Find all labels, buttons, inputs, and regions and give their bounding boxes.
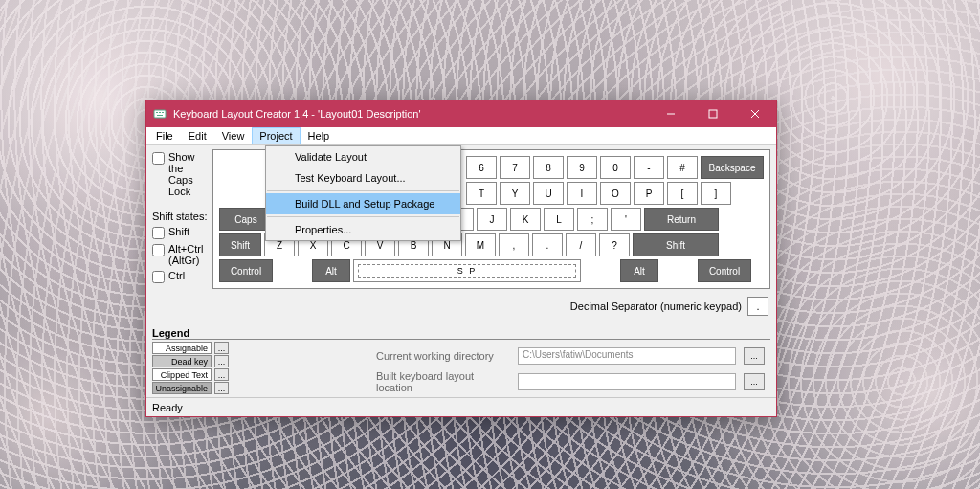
legend-assignable: Assignable xyxy=(152,342,212,354)
key[interactable]: J xyxy=(477,208,507,231)
app-icon xyxy=(152,106,167,122)
close-button[interactable] xyxy=(734,100,776,127)
key[interactable]: ? xyxy=(599,233,630,256)
project-dropdown: Validate Layout Test Keyboard Layout... … xyxy=(265,145,461,241)
ctrl-checkbox[interactable]: Ctrl xyxy=(152,270,209,283)
legend-title: Legend xyxy=(152,327,770,340)
key[interactable]: P xyxy=(634,182,664,205)
key-shift-left[interactable]: Shift xyxy=(219,233,261,256)
decimal-separator-key[interactable]: . xyxy=(747,297,768,316)
menu-edit[interactable]: Edit xyxy=(181,127,214,144)
menubar: File Edit View Project Help xyxy=(146,127,776,145)
key-return[interactable]: Return xyxy=(644,208,719,231)
key[interactable]: O xyxy=(600,182,631,205)
menu-help[interactable]: Help xyxy=(301,127,338,144)
key[interactable]: ' xyxy=(611,208,641,231)
menu-separator xyxy=(267,216,459,217)
legend-dead-key-button[interactable]: ... xyxy=(214,355,229,367)
minimize-button[interactable] xyxy=(650,100,692,127)
key[interactable]: T xyxy=(466,182,497,205)
svg-rect-4 xyxy=(157,115,163,116)
maximize-button[interactable] xyxy=(692,100,734,127)
legend-dead-key: Dead key xyxy=(152,355,212,367)
cwd-field[interactable]: C:\Users\fatiw\Documents xyxy=(518,347,736,365)
cwd-browse-button[interactable]: ... xyxy=(744,347,765,365)
key[interactable]: 7 xyxy=(500,156,530,179)
svg-rect-0 xyxy=(154,110,166,118)
legend-clipped-button[interactable]: ... xyxy=(214,368,229,381)
altctrl-checkbox[interactable]: Alt+Ctrl (AltGr) xyxy=(152,243,209,266)
key-alt-right[interactable]: Alt xyxy=(620,259,658,282)
ctrl-label: Ctrl xyxy=(168,270,185,281)
key[interactable]: L xyxy=(544,208,574,231)
status-text: Ready xyxy=(152,402,183,413)
titlebar[interactable]: Keyboard Layout Creator 1.4 - 'Layout01 … xyxy=(146,100,776,127)
decimal-separator-label: Decimal Separator (numeric keypad) xyxy=(570,300,742,312)
key[interactable]: 6 xyxy=(466,156,497,179)
built-location-browse-button[interactable]: ... xyxy=(744,373,765,390)
svg-rect-6 xyxy=(709,110,717,118)
svg-rect-2 xyxy=(159,112,161,113)
options-pane: Show the Caps Lock Shift states: Shift A… xyxy=(146,145,212,327)
key-shift-right[interactable]: Shift xyxy=(633,233,719,256)
legend-clipped-text: Clipped Text xyxy=(152,368,212,381)
cwd-label: Current working directory xyxy=(376,350,510,362)
built-location-label: Built keyboard layout location xyxy=(376,370,510,393)
key[interactable]: # xyxy=(667,156,698,179)
menu-validate-layout[interactable]: Validate Layout xyxy=(266,146,460,167)
show-caps-checkbox[interactable]: Show the Caps Lock xyxy=(152,151,209,197)
key[interactable]: / xyxy=(566,233,596,256)
menu-view[interactable]: View xyxy=(214,127,253,144)
legend-unassignable-button[interactable]: ... xyxy=(214,382,229,394)
menu-separator xyxy=(267,190,459,191)
menu-properties[interactable]: Properties... xyxy=(266,219,460,240)
key[interactable]: ; xyxy=(577,208,608,231)
menu-file[interactable]: File xyxy=(148,127,181,144)
built-location-field[interactable] xyxy=(518,373,736,390)
altctrl-label: Alt+Ctrl (AltGr) xyxy=(168,243,209,266)
menu-project[interactable]: Project xyxy=(252,127,300,144)
key-space[interactable]: S P xyxy=(353,259,581,282)
key-control-right[interactable]: Control xyxy=(698,259,751,282)
key[interactable]: Y xyxy=(500,182,530,205)
key[interactable]: . xyxy=(532,233,563,256)
shift-checkbox[interactable]: Shift xyxy=(152,226,209,239)
key[interactable]: , xyxy=(499,233,529,256)
app-window: Keyboard Layout Creator 1.4 - 'Layout01 … xyxy=(145,100,777,417)
legend-unassignable: Unassignable xyxy=(152,382,212,394)
client-area: Show the Caps Lock Shift states: Shift A… xyxy=(146,145,776,327)
svg-rect-3 xyxy=(162,112,164,113)
key[interactable]: 0 xyxy=(600,156,631,179)
shift-states-label: Shift states: xyxy=(152,211,209,222)
key[interactable]: U xyxy=(533,182,564,205)
statusbar: Ready xyxy=(146,397,776,416)
legend-assignable-button[interactable]: ... xyxy=(214,342,229,354)
key[interactable]: [ xyxy=(667,182,698,205)
menu-build-dll[interactable]: Build DLL and Setup Package xyxy=(266,193,460,214)
key[interactable]: M xyxy=(465,233,496,256)
key[interactable]: 8 xyxy=(533,156,564,179)
key[interactable]: K xyxy=(510,208,541,231)
key[interactable]: I xyxy=(567,182,597,205)
key[interactable]: - xyxy=(634,156,664,179)
key-backspace[interactable]: Backspace xyxy=(701,156,764,179)
key[interactable]: 9 xyxy=(567,156,597,179)
window-title: Keyboard Layout Creator 1.4 - 'Layout01 … xyxy=(173,108,650,120)
key[interactable]: ] xyxy=(701,182,731,205)
svg-rect-1 xyxy=(156,112,158,113)
directory-fields: Current working directory C:\Users\fatiw… xyxy=(376,347,765,393)
shift-label: Shift xyxy=(168,226,189,237)
show-caps-label: Show the Caps Lock xyxy=(168,151,209,197)
key-alt-left[interactable]: Alt xyxy=(312,259,350,282)
key-control-left[interactable]: Control xyxy=(219,259,273,282)
menu-test-keyboard-layout[interactable]: Test Keyboard Layout... xyxy=(266,167,460,189)
